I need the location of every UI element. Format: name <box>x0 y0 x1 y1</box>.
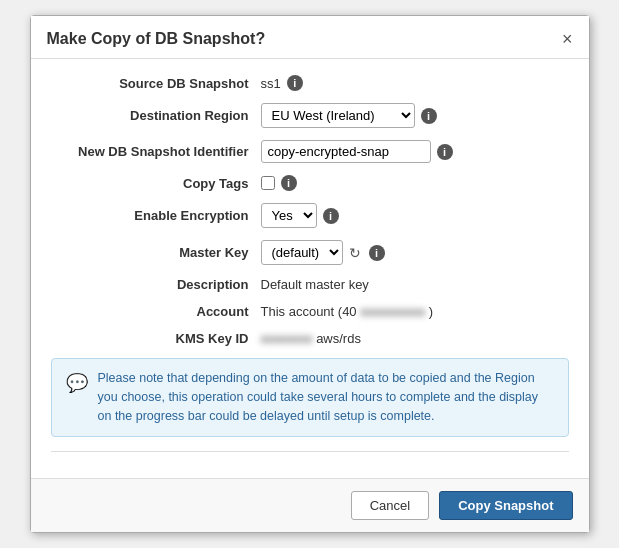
master-key-row: Master Key (default) ↻ i <box>51 240 569 265</box>
copy-snapshot-button[interactable]: Copy Snapshot <box>439 491 572 520</box>
destination-region-label: Destination Region <box>51 108 261 123</box>
new-identifier-row: New DB Snapshot Identifier i <box>51 140 569 163</box>
master-key-refresh-button[interactable]: ↻ <box>347 245 363 261</box>
dialog-header: Make Copy of DB Snapshot? × <box>31 16 589 59</box>
copy-tags-value-group: i <box>261 175 569 191</box>
account-label: Account <box>51 304 261 319</box>
kms-key-blurred: xxxxxxxx <box>261 331 317 346</box>
destination-region-value-group: EU West (Ireland) US East (N. Virginia) … <box>261 103 569 128</box>
separator <box>51 451 569 452</box>
destination-region-info-icon[interactable]: i <box>421 108 437 124</box>
close-button[interactable]: × <box>562 30 573 48</box>
copy-tags-checkbox[interactable] <box>261 176 275 190</box>
cancel-button[interactable]: Cancel <box>351 491 429 520</box>
copy-tags-label: Copy Tags <box>51 176 261 191</box>
master-key-controls: (default) ↻ <box>261 240 363 265</box>
source-db-info-icon[interactable]: i <box>287 75 303 91</box>
kms-key-id-label: KMS Key ID <box>51 331 261 346</box>
account-row: Account This account (40 xxxxxxxxxx ) <box>51 304 569 319</box>
description-value-group: Default master key <box>261 277 569 292</box>
source-db-label: Source DB Snapshot <box>51 76 261 91</box>
chat-icon: 💬 <box>66 370 88 397</box>
description-row: Description Default master key <box>51 277 569 292</box>
account-value: This account (40 xxxxxxxxxx ) <box>261 304 434 319</box>
enable-encryption-label: Enable Encryption <box>51 208 261 223</box>
kms-key-id-value-group: xxxxxxxx aws/rds <box>261 331 569 346</box>
dialog-footer: Cancel Copy Snapshot <box>31 478 589 532</box>
master-key-value-group: (default) ↻ i <box>261 240 569 265</box>
info-box-message: Please note that depending on the amount… <box>98 369 554 425</box>
enable-encryption-row: Enable Encryption Yes No i <box>51 203 569 228</box>
kms-key-id-row: KMS Key ID xxxxxxxx aws/rds <box>51 331 569 346</box>
destination-region-row: Destination Region EU West (Ireland) US … <box>51 103 569 128</box>
new-identifier-info-icon[interactable]: i <box>437 144 453 160</box>
copy-tags-row: Copy Tags i <box>51 175 569 191</box>
source-db-value: ss1 <box>261 76 281 91</box>
master-key-select[interactable]: (default) <box>261 240 343 265</box>
dialog-body: Source DB Snapshot ss1 i Destination Reg… <box>31 59 589 477</box>
master-key-info-icon[interactable]: i <box>369 245 385 261</box>
account-value-group: This account (40 xxxxxxxxxx ) <box>261 304 569 319</box>
destination-region-select[interactable]: EU West (Ireland) US East (N. Virginia) … <box>261 103 415 128</box>
new-identifier-input[interactable] <box>261 140 431 163</box>
info-box: 💬 Please note that depending on the amou… <box>51 358 569 436</box>
copy-tags-info-icon[interactable]: i <box>281 175 297 191</box>
description-value: Default master key <box>261 277 369 292</box>
master-key-label: Master Key <box>51 245 261 260</box>
enable-encryption-info-icon[interactable]: i <box>323 208 339 224</box>
kms-key-id-value: xxxxxxxx aws/rds <box>261 331 361 346</box>
account-blurred: xxxxxxxxxx <box>357 304 429 319</box>
dialog-title: Make Copy of DB Snapshot? <box>47 30 266 48</box>
dialog: Make Copy of DB Snapshot? × Source DB Sn… <box>30 15 590 532</box>
new-identifier-label: New DB Snapshot Identifier <box>51 144 261 159</box>
new-identifier-value-group: i <box>261 140 569 163</box>
enable-encryption-value-group: Yes No i <box>261 203 569 228</box>
description-label: Description <box>51 277 261 292</box>
source-db-row: Source DB Snapshot ss1 i <box>51 75 569 91</box>
source-db-value-group: ss1 i <box>261 75 569 91</box>
enable-encryption-select[interactable]: Yes No <box>261 203 317 228</box>
